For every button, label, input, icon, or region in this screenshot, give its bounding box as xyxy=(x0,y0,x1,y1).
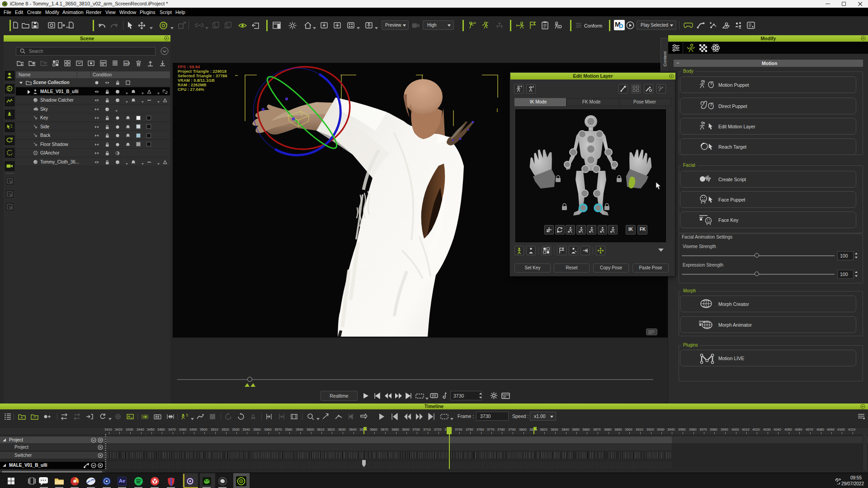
svg-text:usb: usb xyxy=(66,26,70,28)
svg-text:RE: RE xyxy=(124,62,128,65)
